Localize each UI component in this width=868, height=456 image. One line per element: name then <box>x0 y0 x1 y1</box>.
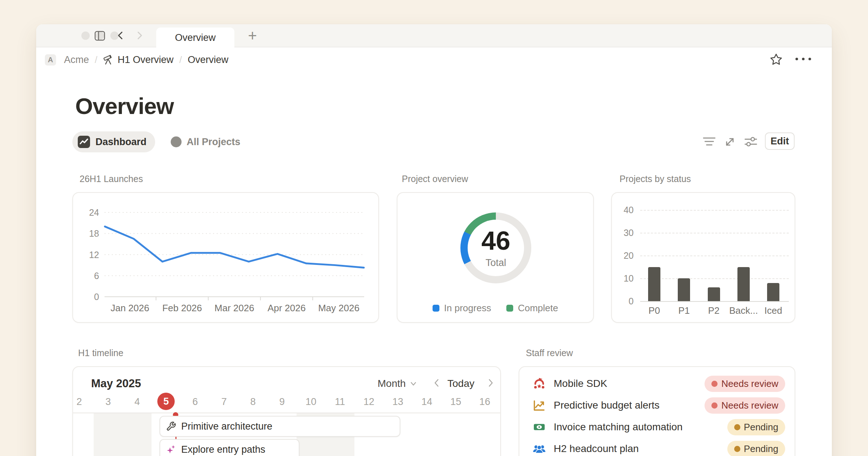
timeline-view-select[interactable]: Month <box>378 378 417 389</box>
y-tick-label: 10 <box>612 273 634 284</box>
ellipsis-icon[interactable] <box>794 56 812 62</box>
staff-review-card: Mobile SDK Needs review Predictive budge… <box>519 366 795 456</box>
timeline-day: 10 <box>300 395 322 408</box>
breadcrumb: A Acme / H1 Overview / Overview <box>36 48 832 71</box>
traffic-light-close-button[interactable] <box>81 31 90 40</box>
card-title-projects-by-status: Projects by status <box>620 174 691 184</box>
y-tick-label: 6 <box>73 270 99 281</box>
staff-review-row[interactable]: Predictive budget alerts Needs review <box>519 394 795 416</box>
card-title-timeline: H1 timeline <box>78 348 123 358</box>
status-badge-label: Pending <box>744 422 778 433</box>
bar-category-label: P1 <box>678 305 690 316</box>
status-badge[interactable]: Pending <box>727 419 785 435</box>
x-tick-label: May 2026 <box>318 303 359 314</box>
gridline <box>640 256 789 256</box>
bar <box>767 283 779 301</box>
y-tick-label: 18 <box>73 228 99 239</box>
edit-button[interactable]: Edit <box>765 132 795 150</box>
new-tab-button[interactable]: + <box>243 26 262 45</box>
status-badge[interactable]: Needs review <box>705 397 785 414</box>
timeline-event[interactable]: Explore entry paths <box>159 439 299 456</box>
y-tick-label: 24 <box>73 207 99 218</box>
card-title-project-overview: Project overview <box>402 174 468 184</box>
gridline <box>640 278 789 279</box>
project-overview-card: 46 Total In progress Complete <box>397 192 594 323</box>
staff-review-label: H2 headcount plan <box>554 443 727 455</box>
banknote-icon <box>533 421 546 434</box>
legend-swatch <box>506 305 513 312</box>
weekend-shading <box>94 413 152 456</box>
breadcrumb-current-label[interactable]: Overview <box>188 54 229 66</box>
chart-line-icon <box>78 136 90 148</box>
tab-all-projects-label: All Projects <box>187 136 241 148</box>
gridline <box>640 301 789 302</box>
staff-review-label: Predictive budget alerts <box>554 400 705 411</box>
bar-category-label: P0 <box>648 305 660 316</box>
filter-icon[interactable] <box>702 135 716 149</box>
tab-overview[interactable]: Overview <box>156 28 234 48</box>
plus-icon: + <box>248 27 257 45</box>
chevron-left-icon[interactable] <box>430 376 443 389</box>
timeline-day: 13 <box>387 395 409 408</box>
breadcrumb-workspace-label: Acme <box>64 54 89 66</box>
tab-dashboard-label: Dashboard <box>95 136 146 148</box>
breadcrumb-parent-page[interactable]: H1 Overview <box>103 54 174 66</box>
breadcrumb-separator: / <box>95 54 97 66</box>
staff-review-label: Mobile SDK <box>554 378 705 389</box>
timeline-today-button[interactable]: Today <box>447 378 475 389</box>
circle-icon <box>171 136 182 147</box>
staff-review-row[interactable]: Invoice matching automation Pending <box>519 416 795 438</box>
chevron-down-icon <box>409 380 417 388</box>
y-tick-label: 30 <box>612 227 634 238</box>
timeline-event[interactable]: Primitive architecture <box>159 416 400 437</box>
timeline-day: 7 <box>213 395 235 408</box>
gridline <box>640 210 789 211</box>
donut-chart: 46 Total <box>460 212 531 283</box>
x-tick-label: Jan 2026 <box>111 303 149 314</box>
sidebar-toggle-icon[interactable] <box>94 30 106 41</box>
trending-chart-icon <box>533 399 546 412</box>
back-icon[interactable] <box>115 30 126 41</box>
line-chart <box>104 209 365 301</box>
status-dot-icon <box>711 381 718 387</box>
timeline-day: 16 <box>474 395 495 408</box>
launches-chart-card: 06121824 Jan 2026Feb 2026Mar 2026Apr 202… <box>72 192 379 323</box>
tab-dashboard[interactable]: Dashboard <box>72 131 155 152</box>
y-tick-label: 20 <box>612 250 634 261</box>
timeline-day-selected: 5 <box>157 393 175 410</box>
donut-total-label: Total <box>485 257 506 269</box>
gridline <box>640 233 789 233</box>
staff-review-list: Mobile SDK Needs review Predictive budge… <box>519 373 795 456</box>
bar <box>737 267 750 301</box>
staff-review-row[interactable]: H2 headcount plan Pending <box>519 438 795 456</box>
tab-title: Overview <box>175 32 216 43</box>
expand-icon[interactable] <box>723 135 737 149</box>
timeline-day: 12 <box>358 395 380 408</box>
star-icon[interactable] <box>769 52 783 66</box>
status-badge[interactable]: Pending <box>727 441 785 456</box>
carousel-icon <box>533 377 546 390</box>
projects-by-status-card: 010203040P0P1P2Back...Iced <box>611 192 795 323</box>
timeline-day: 9 <box>271 395 293 408</box>
status-badge-label: Pending <box>744 443 778 455</box>
sliders-icon[interactable] <box>744 135 758 149</box>
x-tick-label: Apr 2026 <box>268 303 306 314</box>
chevron-right-icon[interactable] <box>484 376 497 389</box>
bar <box>648 267 660 301</box>
window-topbar: Overview + <box>36 24 832 47</box>
breadcrumb-workspace[interactable]: A Acme <box>45 54 89 66</box>
timeline-event-label: Explore entry paths <box>181 444 265 455</box>
status-badge[interactable]: Needs review <box>705 376 785 392</box>
workspace-badge: A <box>45 54 56 66</box>
status-dot-icon <box>734 446 740 452</box>
timeline-month-label: May 2025 <box>91 377 141 390</box>
tab-all-projects[interactable]: All Projects <box>171 131 241 152</box>
y-tick-label: 0 <box>73 291 99 302</box>
legend-item: In progress <box>433 303 491 314</box>
forward-icon[interactable] <box>134 30 145 41</box>
status-dot-icon <box>711 402 718 409</box>
desktop-background: { "window": { "tab_title": "Overview", "… <box>0 0 868 456</box>
staff-review-row[interactable]: Mobile SDK Needs review <box>519 373 795 394</box>
timeline-card: May 2025 Month Today 2345678910111213141… <box>72 366 501 456</box>
card-title-launches: 26H1 Launches <box>80 174 143 184</box>
